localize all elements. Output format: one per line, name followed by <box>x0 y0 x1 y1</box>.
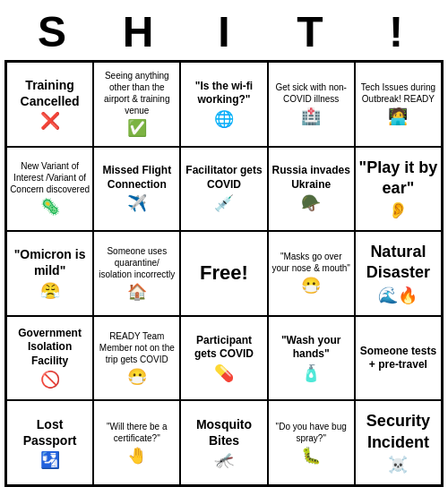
cell-22-text: "Will there be a certificate?" <box>97 421 177 444</box>
cell-22[interactable]: "Will there be a certificate?"🤚 <box>93 400 180 485</box>
cell-16-emoji: 🚫 <box>40 370 60 389</box>
cell-11[interactable]: "Omicron is mild"😤 <box>6 231 93 316</box>
cell-15[interactable]: Natural Disaster🌊🔥 <box>355 231 442 316</box>
cell-8-text: Facilitator gets COVID <box>184 164 263 192</box>
cell-16-text: Government Isolation Facility <box>10 327 90 369</box>
cell-23[interactable]: Mosquito Bites🦟 <box>180 400 267 485</box>
cell-18[interactable]: Participant gets COVID💊 <box>180 316 267 401</box>
cell-7-text: Missed Flight Connection <box>97 164 177 192</box>
cell-7[interactable]: Missed Flight Connection✈️ <box>93 147 180 232</box>
cell-6[interactable]: New Variant of Interest /Variant of Conc… <box>6 147 93 232</box>
cell-6-text: New Variant of Interest /Variant of Conc… <box>10 160 90 195</box>
cell-6-emoji: 🦠 <box>40 197 60 217</box>
header: S H I T ! <box>0 0 448 60</box>
cell-8-emoji: 💉 <box>214 193 234 213</box>
cell-2-text: Seeing anything other than the airport &… <box>97 70 177 116</box>
cell-11-text: "Omicron is mild" <box>10 246 90 278</box>
cell-3-emoji: 🌐 <box>214 109 234 129</box>
cell-16[interactable]: Government Isolation Facility🚫 <box>6 316 93 401</box>
cell-11-emoji: 😤 <box>40 281 60 301</box>
cell-3-text: "Is the wi-fi working?" <box>184 80 263 107</box>
cell-15-emoji: 🌊🔥 <box>378 286 418 305</box>
letter-h: H <box>102 7 174 56</box>
letter-t: T <box>274 7 346 56</box>
letter-exclaim: ! <box>360 7 432 56</box>
cell-14[interactable]: "Masks go over your nose & mouth"😷 <box>268 231 355 316</box>
cell-5-emoji: 🧑‍💻 <box>388 107 408 126</box>
cell-17-text: READY Team Member not on the trip gets C… <box>97 330 177 365</box>
cell-3[interactable]: "Is the wi-fi working?"🌐 <box>180 62 267 147</box>
cell-1-emoji: ❌ <box>40 111 60 131</box>
cell-21[interactable]: Lost Passport🛂 <box>6 400 93 485</box>
cell-5-text: Tech Issues during Outbreak! READY <box>358 81 438 105</box>
cell-19-emoji: 🧴 <box>301 363 321 383</box>
cell-17[interactable]: READY Team Member not on the trip gets C… <box>93 316 180 401</box>
cell-4-text: Get sick with non-COVID illness <box>271 81 351 105</box>
cell-18-emoji: 💊 <box>214 363 234 383</box>
cell-4[interactable]: Get sick with non-COVID illness🏥 <box>268 62 355 147</box>
cell-13[interactable]: Free! <box>180 231 267 316</box>
cell-13-text: Free! <box>200 261 248 286</box>
cell-14-text: "Masks go over your nose & mouth" <box>271 251 351 274</box>
cell-9[interactable]: Russia invades Ukraine🪖 <box>268 147 355 232</box>
cell-12-text: Someone uses quarantine/ isolation incor… <box>97 245 177 280</box>
cell-8[interactable]: Facilitator gets COVID💉 <box>180 147 267 232</box>
cell-12[interactable]: Someone uses quarantine/ isolation incor… <box>93 231 180 316</box>
cell-2[interactable]: Seeing anything other than the airport &… <box>93 62 180 147</box>
cell-18-text: Participant gets COVID <box>184 334 263 362</box>
cell-9-emoji: 🪖 <box>301 193 321 213</box>
cell-10[interactable]: "Play it by ear"👂 <box>355 147 442 232</box>
bingo-grid: Training Cancelled❌Seeing anything other… <box>4 60 444 487</box>
cell-1-text: Training Cancelled <box>10 77 90 109</box>
cell-17-emoji: 😷 <box>127 367 147 387</box>
cell-10-text: "Play it by ear" <box>358 158 438 200</box>
cell-24[interactable]: "Do you have bug spray?"🐛 <box>268 400 355 485</box>
cell-23-emoji: 🦟 <box>214 450 234 470</box>
cell-20[interactable]: Someone tests + pre-travel <box>355 316 442 401</box>
cell-2-emoji: ✅ <box>127 118 147 138</box>
cell-25-emoji: ☠️ <box>388 455 408 474</box>
cell-14-emoji: 😷 <box>301 276 321 295</box>
cell-7-emoji: ✈️ <box>127 193 147 213</box>
cell-24-text: "Do you have bug spray?" <box>271 421 351 444</box>
cell-10-emoji: 👂 <box>388 201 408 220</box>
letter-s: S <box>16 7 88 56</box>
cell-1[interactable]: Training Cancelled❌ <box>6 62 93 147</box>
cell-24-emoji: 🐛 <box>301 446 321 466</box>
cell-5[interactable]: Tech Issues during Outbreak! READY🧑‍💻 <box>355 62 442 147</box>
cell-21-text: Lost Passport <box>10 416 90 449</box>
letter-i: I <box>188 7 260 56</box>
cell-20-text: Someone tests + pre-travel <box>358 345 438 372</box>
cell-23-text: Mosquito Bites <box>184 416 263 449</box>
cell-25[interactable]: Security Incident☠️ <box>355 400 442 485</box>
cell-19-text: "Wash your hands" <box>271 334 351 362</box>
cell-4-emoji: 🏥 <box>301 107 321 126</box>
cell-12-emoji: 🏠 <box>127 282 147 302</box>
cell-22-emoji: 🤚 <box>127 446 147 466</box>
cell-9-text: Russia invades Ukraine <box>271 164 351 192</box>
cell-21-emoji: 🛂 <box>40 450 60 470</box>
cell-19[interactable]: "Wash your hands"🧴 <box>268 316 355 401</box>
cell-25-text: Security Incident <box>358 411 438 453</box>
cell-15-text: Natural Disaster <box>358 242 438 284</box>
